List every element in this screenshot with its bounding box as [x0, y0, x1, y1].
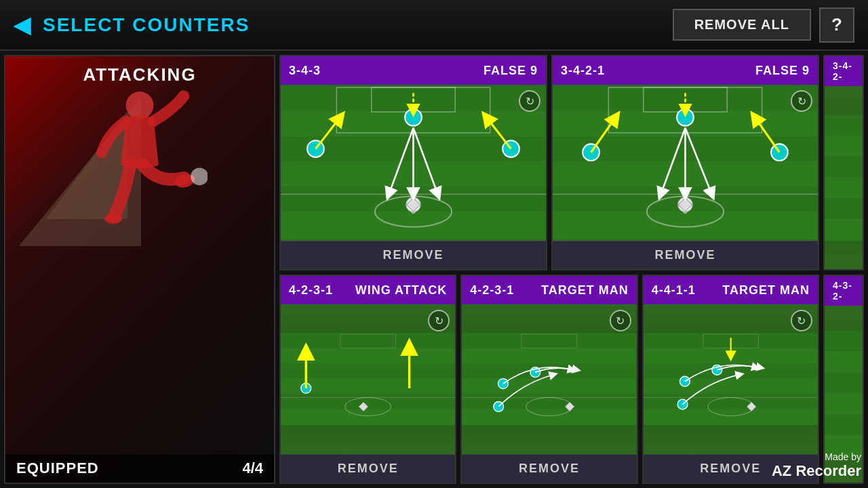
tactic-target: TARGET MAN	[541, 283, 629, 298]
svg-rect-74	[462, 394, 636, 409]
field-svg-343	[281, 85, 546, 241]
tactic-card-partial-bottom: 4-3-2-	[823, 274, 864, 484]
field-3421: ↻	[553, 85, 818, 241]
formation-label: 3-4-3	[289, 64, 321, 78]
main-content: ATTACKING	[0, 51, 868, 488]
formation-4411: 4-4-1-1	[652, 283, 696, 298]
cards-area: 3-4-3 FALSE 9 ↻	[279, 55, 864, 484]
svg-rect-56	[825, 156, 863, 177]
remove-button-3421[interactable]: REMOVE	[553, 241, 818, 269]
attacking-title: ATTACKING	[5, 56, 274, 94]
remove-button-343[interactable]: REMOVE	[281, 241, 546, 269]
svg-point-13	[405, 109, 422, 126]
remove-all-button[interactable]: REMOVE ALL	[673, 9, 811, 41]
card-header-partial-bot: 4-3-2-	[825, 276, 863, 306]
tactic-label-2: FALSE 9	[755, 64, 810, 78]
tactic-wing: WING ATTACK	[355, 283, 448, 298]
svg-point-3	[191, 167, 208, 185]
svg-point-0	[126, 92, 154, 119]
svg-rect-59	[281, 333, 455, 348]
field-partial-bot	[825, 306, 863, 483]
field-partial-top	[825, 86, 863, 269]
card-header-wing: 4-2-3-1 WING ATTACK	[281, 276, 455, 304]
refresh-icon-343[interactable]: ↻	[519, 90, 540, 112]
svg-rect-105	[825, 415, 863, 436]
card-header: 3-4-3 FALSE 9	[281, 56, 546, 85]
svg-rect-72	[462, 333, 636, 348]
equipped-label: EQUIPPED	[16, 460, 99, 477]
formation-partial-bot: 4-3-2-	[833, 280, 854, 302]
page-title: SELECT COUNTERS	[43, 14, 673, 36]
tactic-label: FALSE 9	[484, 64, 538, 78]
card-header-partial: 3-4-2-	[825, 56, 863, 86]
help-button[interactable]: ?	[819, 7, 854, 43]
svg-rect-89	[644, 394, 818, 409]
bottom-row: 4-2-3-1 WING ATTACK ↻	[279, 274, 864, 484]
formation-wing: 4-2-3-1	[289, 283, 333, 298]
field-target: ↻	[462, 304, 636, 454]
svg-rect-104	[825, 373, 863, 394]
top-row: 3-4-3 FALSE 9 ↻	[279, 55, 864, 270]
refresh-icon-target[interactable]: ↻	[610, 310, 631, 331]
tactic-card-4411-target: 4-4-1-1 TARGET MAN ↻	[642, 274, 819, 484]
tactic-card-4231-target: 4-2-3-1 TARGET MAN ↻	[460, 274, 637, 484]
attacking-panel: ATTACKING	[4, 55, 275, 484]
field-343: ↻	[281, 85, 546, 241]
tactic-card-partial-top: 3-4-2-	[823, 55, 864, 270]
field-4411: ↻	[644, 304, 818, 454]
field-wing: ↻	[281, 304, 455, 454]
tactic-card-4231-wing: 4-2-3-1 WING ATTACK ↻	[279, 274, 456, 484]
remove-button-wing[interactable]: REMOVE	[281, 454, 455, 483]
svg-rect-57	[825, 198, 863, 219]
svg-rect-103	[825, 331, 863, 352]
player-silhouette	[72, 83, 208, 260]
equipped-count: 4/4	[242, 460, 263, 477]
field-svg-partial	[825, 86, 863, 269]
tactic-card-343-false9: 3-4-3 FALSE 9 ↻	[279, 55, 547, 270]
field-svg-4411	[644, 304, 818, 454]
formation-target: 4-2-3-1	[470, 283, 514, 298]
tactic-4411: TARGET MAN	[722, 283, 810, 298]
remove-button-target[interactable]: REMOVE	[462, 454, 636, 483]
tactic-card-3421-false9: 3-4-2-1 FALSE 9 ↻	[551, 55, 819, 270]
svg-rect-55	[825, 115, 863, 136]
formation-partial: 3-4-2-	[833, 60, 854, 82]
equipped-bar: EQUIPPED 4/4	[5, 454, 274, 483]
field-svg-partial-bot	[825, 306, 863, 483]
card-header-target: 4-2-3-1 TARGET MAN	[462, 276, 636, 304]
refresh-icon-3421[interactable]: ↻	[791, 90, 812, 112]
back-button[interactable]: ◀	[14, 12, 31, 38]
field-svg-wing	[281, 304, 455, 454]
card-header-4411: 4-4-1-1 TARGET MAN	[644, 276, 818, 304]
formation-label-2: 3-4-2-1	[561, 64, 605, 78]
header: ◀ SELECT COUNTERS REMOVE ALL ?	[0, 0, 868, 51]
svg-point-2	[104, 214, 122, 224]
svg-point-45	[771, 144, 788, 161]
svg-point-43	[677, 109, 694, 126]
card-header-2: 3-4-2-1 FALSE 9	[553, 56, 818, 85]
field-svg-3421	[553, 85, 818, 241]
remove-button-4411[interactable]: REMOVE	[644, 454, 818, 483]
attacking-image: EQUIPPED 4/4	[5, 56, 274, 483]
field-svg-target	[462, 304, 636, 454]
